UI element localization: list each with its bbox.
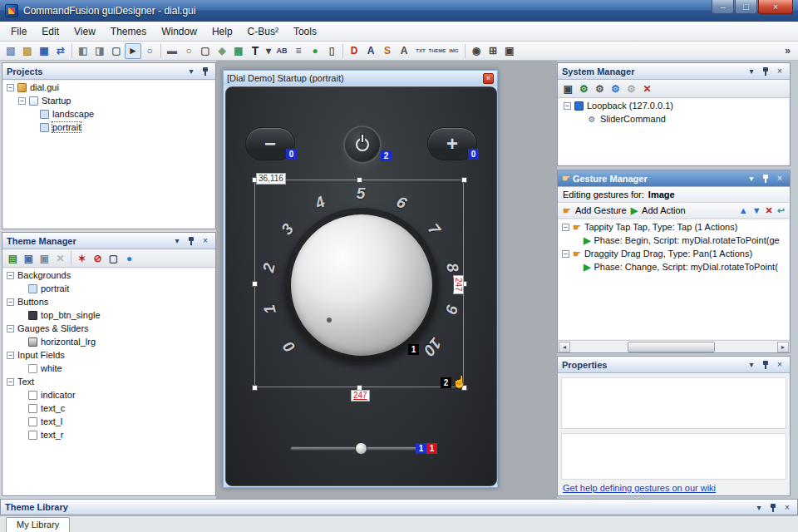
joystick-icon[interactable]: ◉ [468, 43, 485, 59]
tree-item[interactable]: text_r [3, 428, 214, 441]
gesture-phase-row[interactable]: ▶ Phase: Change, Script: myDial.rotateTo… [559, 260, 789, 273]
expander-icon[interactable]: − [7, 272, 14, 279]
scroll-right-icon[interactable]: ► [777, 342, 789, 352]
button-icon[interactable]: AB [273, 43, 290, 59]
title-bar[interactable]: CommandFusion guiDesigner - dial.gui – □… [0, 0, 798, 22]
slider-thumb[interactable] [355, 442, 367, 455]
line-icon[interactable]: ▬ [164, 43, 180, 59]
save-icon[interactable]: ▦ [36, 43, 52, 59]
tree-group-input-fields[interactable]: − Input Fields [3, 348, 214, 362]
disabled-gear-icon[interactable]: ⚙ [623, 81, 639, 96]
pointer-icon[interactable]: ► [125, 43, 141, 59]
expander-icon[interactable]: − [18, 97, 26, 105]
undo-icon[interactable]: ↩ [777, 205, 785, 216]
expander-icon[interactable]: − [564, 102, 571, 110]
tree-label[interactable]: text_c [41, 403, 65, 413]
rounded-rect-icon[interactable]: ▢ [197, 43, 214, 59]
tree-label[interactable]: Loopback (127.0.0.1) [587, 101, 673, 111]
canvas-title-bar[interactable]: [Dial Demo] Startup (portrait) × [224, 71, 497, 86]
tree-item[interactable]: indicator [3, 388, 214, 401]
menu-cbus[interactable]: C-Bus² [240, 23, 286, 40]
maximize-button[interactable]: □ [735, 0, 757, 14]
canvas-close-icon[interactable]: × [483, 73, 494, 84]
menu-window[interactable]: Window [154, 23, 204, 40]
tree-item[interactable]: portrait [3, 282, 214, 295]
properties-header[interactable]: Properties ▾ × [558, 357, 790, 373]
flash-icon[interactable]: ✶ [74, 251, 90, 266]
move-down-icon[interactable]: ▼ [752, 205, 761, 215]
phase-label[interactable]: Phase: Begin, Script: myDial.rotateToPoi… [594, 235, 779, 245]
design-surface[interactable]: − 0 2 + 0 36,116 247 247 [225, 86, 497, 486]
tree-item[interactable]: text_c [3, 401, 214, 415]
delete-gesture-icon[interactable]: ✕ [766, 205, 773, 216]
panel-right-icon[interactable]: ◨ [91, 43, 108, 59]
close-button[interactable]: × [758, 0, 793, 14]
move-up-icon[interactable]: ▲ [739, 205, 748, 215]
expander-icon[interactable]: − [7, 352, 14, 359]
selection-handle[interactable] [252, 385, 258, 391]
theme-library-header[interactable]: Theme Library ▾ × [0, 499, 798, 515]
tree-label[interactable]: Gauges & Sliders [17, 323, 89, 333]
tree-row-dialgui[interactable]: − dial.gui [3, 81, 214, 94]
gesture-label[interactable]: Tappity Tap Tap, Type: Tap (1 Actions) [584, 222, 737, 232]
pin-icon[interactable] [200, 66, 211, 77]
tree-label[interactable]: Startup [42, 96, 71, 106]
script-text-icon[interactable]: S [379, 43, 396, 59]
expander-icon[interactable]: − [7, 298, 14, 306]
chevron-down-icon[interactable]: ▾ [746, 66, 757, 77]
close-icon[interactable]: × [774, 66, 786, 77]
horizontal-scrollbar[interactable]: ◄ ► [558, 340, 790, 352]
copy-icon[interactable]: ▣ [21, 251, 37, 266]
tree-label[interactable]: text_r [41, 430, 64, 440]
tree-item[interactable]: white [3, 362, 214, 375]
chevron-down-icon[interactable]: ▾ [171, 235, 183, 247]
paste-icon[interactable]: ▣ [37, 251, 52, 266]
tree-label[interactable]: text_l [41, 416, 62, 426]
gestures-wiki-link[interactable]: Get help defining gestures on our wiki [563, 483, 716, 493]
commands-icon[interactable]: ⚙ [608, 81, 623, 96]
toolbar-overflow-chevron[interactable]: » [785, 45, 796, 57]
edit-system-icon[interactable]: ⚙ [592, 81, 608, 96]
tree-row-startup[interactable]: − Startup [3, 94, 214, 107]
gesture-phase-row[interactable]: ▶ Phase: Begin, Script: myDial.rotateToP… [559, 234, 789, 247]
img-icon[interactable]: IMG [446, 43, 462, 59]
tree-label[interactable]: white [41, 363, 62, 373]
image-icon[interactable]: ▩ [230, 43, 247, 59]
grid-window-icon[interactable]: ⊞ [485, 43, 501, 59]
pin-icon[interactable] [767, 501, 779, 513]
delete-system-icon[interactable]: ✕ [639, 81, 655, 96]
text-icon[interactable]: T [247, 43, 264, 59]
tree-label[interactable]: top_btn_single [41, 310, 101, 320]
dial-knob[interactable] [291, 214, 432, 356]
tree-row-slidercommand[interactable]: ⚙ SliderCommand [559, 112, 789, 126]
tree-label[interactable]: portrait [41, 283, 69, 293]
tree-item[interactable]: text_l [3, 415, 214, 428]
menu-help[interactable]: Help [204, 23, 240, 40]
apply-theme-icon[interactable]: ▤ [5, 251, 21, 266]
scrollbar-thumb[interactable] [628, 342, 715, 352]
delete-icon[interactable]: ✕ [52, 251, 68, 266]
menu-themes[interactable]: Themes [103, 23, 154, 40]
menu-file[interactable]: File [3, 23, 34, 40]
tree-label[interactable]: Buttons [17, 297, 48, 307]
scroll-left-icon[interactable]: ◄ [559, 342, 570, 352]
zoom-icon[interactable]: ○ [141, 43, 158, 59]
tree-group-backgrounds[interactable]: − Backgrounds [3, 268, 214, 282]
tab-my-library[interactable]: My Library [6, 517, 70, 532]
diamond-icon[interactable]: ◆ [214, 43, 230, 59]
chevron-down-icon[interactable]: ▾ [185, 66, 197, 77]
tree-label[interactable]: landscape [52, 109, 94, 119]
tree-item[interactable]: top_btn_single [3, 308, 214, 322]
close-icon[interactable]: × [774, 359, 786, 371]
pin-icon[interactable] [185, 235, 197, 247]
tree-label[interactable]: horizontal_lrg [41, 337, 96, 347]
expander-icon[interactable]: − [562, 250, 569, 258]
selection-handle[interactable] [357, 177, 362, 183]
menu-tools[interactable]: Tools [286, 23, 324, 40]
marquee-icon[interactable]: ▢ [108, 43, 125, 59]
chevron-down-icon[interactable]: ▾ [746, 173, 757, 185]
gesture-row[interactable]: − ☛ Tappity Tap Tap, Type: Tap (1 Action… [559, 220, 789, 234]
chevron-down-icon[interactable]: ▾ [753, 501, 765, 513]
tree-row-loopback[interactable]: − Loopback (127.0.0.1) [559, 99, 789, 112]
gauge-icon[interactable]: ▯ [323, 43, 340, 59]
